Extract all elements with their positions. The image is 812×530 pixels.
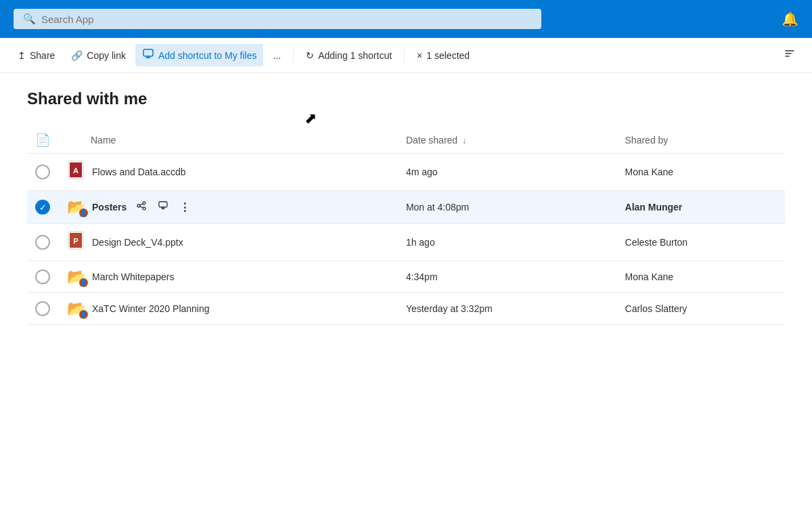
file-name: Design Deck_V4.pptx: [92, 237, 183, 248]
svg-text:A: A: [73, 167, 78, 175]
search-input[interactable]: [41, 14, 532, 25]
table-row[interactable]: ✓ 📂 👤 Posters ⋮ Mon at: [27, 191, 785, 224]
name-cell: 📂 👤 XaTC Winter 2020 Planning: [58, 293, 398, 325]
file-name: Posters: [92, 202, 127, 213]
sort-button[interactable]: [778, 43, 801, 67]
adding-shortcut-status: ↻ Adding 1 shortcut: [299, 46, 399, 65]
search-icon: 🔍: [23, 13, 36, 25]
copy-link-button[interactable]: 🔗 Copy link: [64, 46, 133, 65]
file-name: Flows and Data.accdb: [92, 167, 186, 177]
toolbar-separator-2: [404, 49, 405, 62]
folder-shared-icon: 📂 👤: [67, 198, 85, 216]
checkbox-cell[interactable]: ✓: [27, 191, 58, 224]
svg-rect-0: [143, 49, 153, 56]
row-more-button[interactable]: ⋮: [177, 198, 194, 217]
svg-text:P: P: [73, 237, 78, 245]
sort-arrow-icon: ↓: [462, 136, 466, 146]
add-shortcut-button[interactable]: Add shortcut to My files: [135, 44, 264, 66]
svg-rect-4: [159, 202, 167, 207]
main-content: Shared with me 📄 Name Date shared ↓ Shar…: [0, 73, 812, 325]
table-row[interactable]: 📂 👤 March Whitepapers 4:34pm Mona Kane: [27, 261, 785, 293]
checkbox-cell[interactable]: [27, 224, 58, 261]
name-cell: A Flows and Data.accdb: [58, 154, 398, 191]
row-shortcut-button[interactable]: [155, 198, 171, 217]
powerpoint-file-icon: P: [68, 231, 84, 254]
sync-icon: ↻: [306, 50, 314, 61]
checkbox-unchecked[interactable]: [35, 164, 50, 179]
checkbox-checked[interactable]: ✓: [35, 200, 50, 215]
col-header-name[interactable]: Name: [58, 127, 398, 154]
checkbox-unchecked[interactable]: [35, 235, 50, 250]
search-bar[interactable]: 🔍: [14, 9, 541, 29]
more-button[interactable]: ...: [266, 46, 288, 65]
col-header-icon: 📄: [27, 127, 58, 154]
file-header-icon: 📄: [35, 133, 50, 147]
bell-icon[interactable]: 🔔: [782, 11, 798, 27]
page-title: Shared with me: [27, 89, 785, 108]
app-header: 🔍 🔔: [0, 0, 812, 38]
name-cell: 📂 👤 Posters ⋮: [58, 191, 398, 224]
col-header-shared-by: Shared by: [617, 127, 785, 154]
share-button[interactable]: ↥ Share: [11, 46, 62, 65]
folder-shared-icon: 📂 👤: [67, 300, 85, 317]
checkbox-cell[interactable]: [27, 154, 58, 191]
date-shared-cell: 4:34pm: [398, 261, 617, 293]
selected-button[interactable]: × 1 selected: [410, 46, 476, 65]
shared-by-cell: Carlos Slattery: [617, 293, 785, 325]
date-shared-cell: 1h ago: [398, 224, 617, 261]
file-list: 📄 Name Date shared ↓ Shared by: [27, 127, 785, 325]
access-file-icon: A: [68, 160, 84, 183]
row-share-button[interactable]: [133, 198, 150, 217]
checkbox-unchecked[interactable]: [35, 301, 50, 316]
shared-by-cell: Alan Munger: [617, 191, 785, 224]
date-shared-cell: Mon at 4:08pm: [398, 191, 617, 224]
date-shared-cell: 4m ago: [398, 154, 617, 191]
checkbox-unchecked[interactable]: [35, 269, 50, 284]
file-name: XaTC Winter 2020 Planning: [92, 303, 210, 314]
toolbar-separator: [293, 49, 294, 62]
table-row[interactable]: A Flows and Data.accdb 4m ago Mona Kane: [27, 154, 785, 191]
table-row[interactable]: P Design Deck_V4.pptx 1h ago Celeste Bur…: [27, 224, 785, 261]
toolbar: ↥ Share 🔗 Copy link Add shortcut to My f…: [0, 38, 812, 73]
checkbox-cell[interactable]: [27, 293, 58, 325]
share-icon: ↥: [18, 50, 26, 61]
folder-shared-icon: 📂 👤: [67, 268, 85, 286]
shared-by-cell: Celeste Burton: [617, 224, 785, 261]
name-cell: P Design Deck_V4.pptx: [58, 224, 398, 261]
date-shared-cell: Yesterday at 3:32pm: [398, 293, 617, 325]
link-icon: 🔗: [71, 50, 83, 61]
row-actions: ⋮: [133, 198, 194, 217]
shared-by-cell: Mona Kane: [617, 261, 785, 293]
close-icon: ×: [417, 50, 422, 61]
file-name: March Whitepapers: [92, 271, 174, 282]
checkbox-cell[interactable]: [27, 261, 58, 293]
name-cell: 📂 👤 March Whitepapers: [58, 261, 398, 293]
table-row[interactable]: 📂 👤 XaTC Winter 2020 Planning Yesterday …: [27, 293, 785, 325]
col-header-date[interactable]: Date shared ↓: [398, 127, 617, 154]
shortcut-icon: [142, 48, 154, 62]
shared-by-cell: Mona Kane: [617, 154, 785, 191]
